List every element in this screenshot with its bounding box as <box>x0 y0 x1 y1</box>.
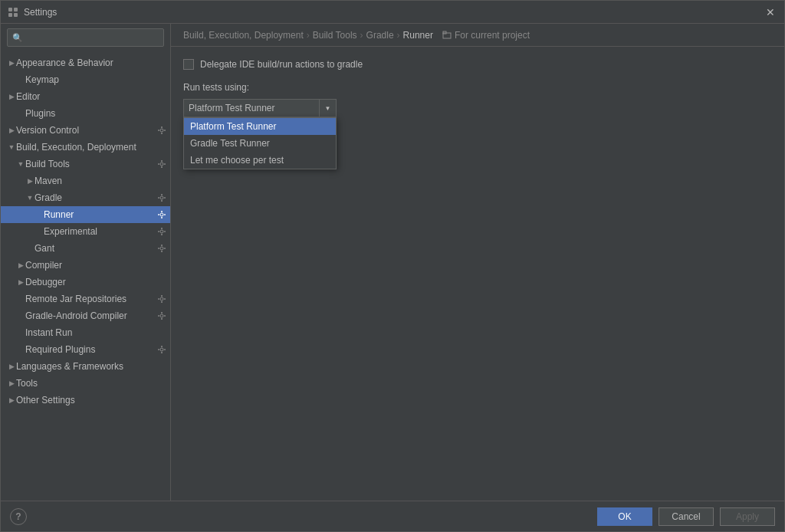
sidebar-item-other-settings[interactable]: Other Settings <box>1 392 170 409</box>
sidebar-item-runner[interactable]: Runner <box>1 206 170 223</box>
gear-icon-gant <box>156 243 167 254</box>
svg-rect-23 <box>164 214 166 215</box>
option-let-me-choose[interactable]: Let me choose per test <box>184 152 336 169</box>
label-debugger: Debugger <box>25 277 170 287</box>
close-button[interactable]: ✕ <box>763 5 778 20</box>
label-editor: Editor <box>16 91 170 102</box>
svg-point-44 <box>160 348 163 351</box>
arrow-compiler <box>16 261 25 270</box>
svg-point-39 <box>160 314 163 317</box>
window-title: Settings <box>24 7 763 18</box>
delegate-checkbox-row: Delegate IDE build/run actions to gradle <box>183 59 772 70</box>
run-tests-label: Run tests using: <box>183 82 772 93</box>
sidebar-item-appearance[interactable]: Appearance & Behavior <box>1 54 170 71</box>
label-compiler: Compiler <box>25 260 170 271</box>
ok-button[interactable]: OK <box>597 507 652 526</box>
svg-rect-33 <box>164 248 166 249</box>
sidebar-item-languages[interactable]: Languages & Frameworks <box>1 358 170 375</box>
breadcrumb: Build, Execution, Deployment › Build Too… <box>171 24 784 47</box>
svg-rect-27 <box>158 231 159 232</box>
arrow-version-control <box>7 126 16 135</box>
label-experimental: Experimental <box>44 226 156 237</box>
svg-rect-12 <box>158 163 159 165</box>
svg-rect-1 <box>14 8 18 11</box>
sidebar-item-build-execution[interactable]: Build, Execution, Deployment <box>1 139 170 156</box>
svg-rect-32 <box>158 248 159 249</box>
svg-rect-20 <box>161 211 163 212</box>
svg-rect-6 <box>161 133 163 134</box>
label-languages: Languages & Frameworks <box>16 361 170 372</box>
arrow-maven <box>25 176 34 186</box>
label-required-plugins: Required Plugins <box>25 344 156 355</box>
svg-point-14 <box>160 196 163 199</box>
label-build-execution: Build, Execution, Deployment <box>16 142 170 153</box>
gear-icon-version-control <box>156 125 167 136</box>
sidebar-item-compiler[interactable]: Compiler <box>1 257 170 274</box>
label-build-tools: Build Tools <box>25 159 156 169</box>
arrow-debugger <box>16 277 25 287</box>
gear-icon-remote-jar <box>156 294 167 304</box>
svg-rect-16 <box>161 200 163 202</box>
option-platform-test-runner[interactable]: Platform Test Runner <box>184 118 336 135</box>
svg-point-34 <box>160 297 163 300</box>
svg-rect-0 <box>8 8 12 11</box>
arrow-tools <box>7 379 16 388</box>
svg-rect-30 <box>161 245 163 246</box>
breadcrumb-sep-1: › <box>307 30 310 41</box>
svg-rect-13 <box>164 163 166 165</box>
window-icon <box>7 6 19 18</box>
breadcrumb-build: Build, Execution, Deployment <box>183 30 304 41</box>
svg-point-9 <box>160 163 163 166</box>
label-version-control: Version Control <box>16 125 156 136</box>
sidebar-item-maven[interactable]: Maven <box>1 172 170 189</box>
sidebar-item-experimental[interactable]: Experimental <box>1 223 170 240</box>
gear-icon-required-plugins <box>156 344 167 355</box>
sidebar-item-instant-run[interactable]: Instant Run <box>1 324 170 341</box>
sidebar-item-editor[interactable]: Editor <box>1 88 170 105</box>
sidebar-item-gradle-android[interactable]: Gradle-Android Compiler <box>1 307 170 324</box>
title-bar: Settings ✕ <box>1 1 784 24</box>
sidebar-item-tools[interactable]: Tools <box>1 375 170 392</box>
sidebar-item-gant[interactable]: Gant <box>1 240 170 257</box>
svg-rect-11 <box>161 166 163 168</box>
sidebar-item-remote-jar[interactable]: Remote Jar Repositories <box>1 291 170 307</box>
svg-rect-3 <box>14 13 18 17</box>
svg-rect-38 <box>164 298 166 300</box>
sidebar-item-debugger[interactable]: Debugger <box>1 274 170 291</box>
sidebar-item-plugins[interactable]: Plugins <box>1 105 170 122</box>
label-runner: Runner <box>44 209 156 220</box>
cancel-button[interactable]: Cancel <box>659 507 714 526</box>
bottom-bar: ? OK Cancel Apply <box>1 501 784 531</box>
svg-point-24 <box>160 230 163 233</box>
sidebar-item-required-plugins[interactable]: Required Plugins <box>1 341 170 358</box>
dropdown-arrow[interactable] <box>319 100 336 117</box>
svg-rect-22 <box>158 214 159 215</box>
dropdown-container: Platform Test Runner Platform Test Runne… <box>183 99 337 117</box>
settings-window: Settings ✕ 🔍 Appearance & BehaviorKeymap… <box>0 0 785 532</box>
label-other-settings: Other Settings <box>16 395 170 406</box>
sidebar-item-version-control[interactable]: Version Control <box>1 122 170 139</box>
label-plugins: Plugins <box>25 108 170 119</box>
label-keymap: Keymap <box>25 74 170 85</box>
arrow-editor <box>7 92 16 101</box>
breadcrumb-sep-2: › <box>360 30 363 41</box>
sidebar-item-gradle[interactable]: Gradle <box>1 189 170 206</box>
main-panel: Build, Execution, Deployment › Build Too… <box>171 24 784 501</box>
gear-icon-runner <box>156 209 167 220</box>
delegate-label: Delegate IDE build/run actions to gradle <box>200 59 363 70</box>
arrow-languages <box>7 362 16 371</box>
svg-rect-2 <box>8 13 12 17</box>
test-runner-dropdown[interactable]: Platform Test Runner <box>183 99 337 117</box>
svg-rect-28 <box>164 231 166 232</box>
sidebar-item-keymap[interactable]: Keymap <box>1 71 170 88</box>
arrow-build-tools <box>16 159 25 169</box>
sidebar-item-build-tools[interactable]: Build Tools <box>1 156 170 172</box>
search-input[interactable] <box>26 32 159 43</box>
option-gradle-test-runner[interactable]: Gradle Test Runner <box>184 135 336 152</box>
label-gant: Gant <box>34 243 156 254</box>
label-appearance: Appearance & Behavior <box>16 57 170 68</box>
apply-button[interactable]: Apply <box>720 507 775 526</box>
help-button[interactable]: ? <box>10 508 27 525</box>
delegate-checkbox[interactable] <box>183 59 194 70</box>
bottom-buttons: OK Cancel Apply <box>597 507 775 526</box>
